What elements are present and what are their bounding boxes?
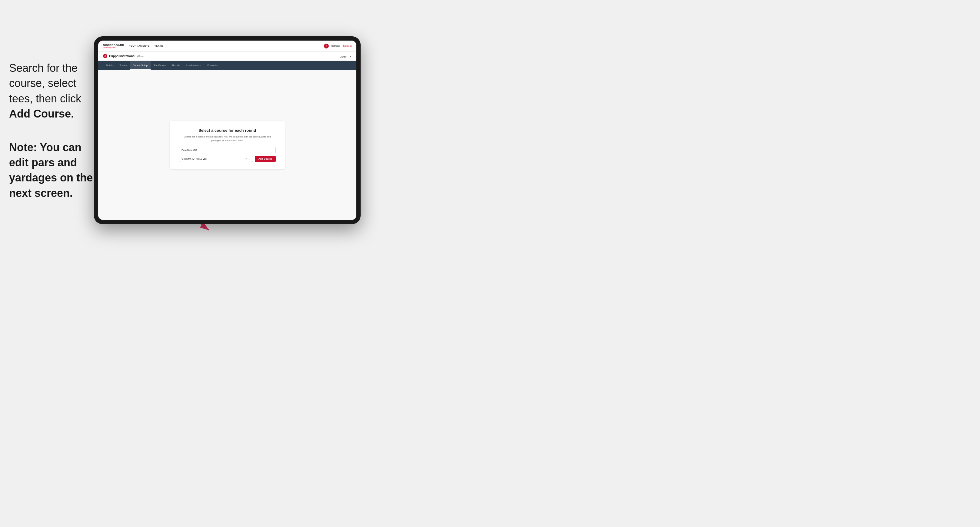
tab-course-setup[interactable]: Course Setup: [130, 61, 151, 70]
tablet-screen: SCOREBOARD Powered by clippd TOURNAMENTS…: [98, 41, 356, 220]
main-content: Select a course for each round Search fo…: [98, 70, 356, 220]
nav-teams[interactable]: TEAMS: [154, 44, 164, 47]
nav-tournaments[interactable]: TOURNAMENTS: [129, 44, 150, 47]
clear-icon[interactable]: ✕: [245, 157, 247, 160]
course-card-description: Search for a course and select a tee. Yo…: [179, 135, 276, 142]
tab-bar: Details Teams Course Setup Tee Groups Re…: [98, 61, 356, 70]
tournament-logo: C: [103, 54, 107, 58]
instruction-text: Search for the course, select tees, then…: [9, 60, 94, 201]
avatar: T: [324, 44, 329, 48]
course-card: Select a course for each round Search fo…: [170, 121, 285, 169]
tab-printables[interactable]: Printables: [204, 61, 221, 70]
tournament-title-row: C Clippd Invitational (Men): [103, 54, 144, 58]
tournament-meta: (Men): [137, 55, 144, 57]
tab-teams[interactable]: Teams: [116, 61, 130, 70]
navbar-right: T Test User | Sign out: [324, 44, 352, 48]
tournament-name: Clippd Invitational: [109, 54, 135, 58]
course-search-input[interactable]: [179, 147, 276, 153]
tee-select[interactable]: Gold (M) (M) (7010 yds) ✕ ⌄: [179, 156, 253, 162]
cancel-icon: ✕: [349, 56, 352, 58]
tab-results[interactable]: Results: [169, 61, 183, 70]
tab-tee-groups[interactable]: Tee Groups: [151, 61, 169, 70]
tee-selector-row: Gold (M) (M) (7010 yds) ✕ ⌄ Add Course: [179, 156, 276, 162]
tab-details[interactable]: Details: [103, 61, 116, 70]
user-name: Test User |: [331, 44, 342, 47]
brand-subtitle: Powered by clippd: [103, 47, 124, 48]
tee-select-controls: ✕ ⌄: [245, 157, 250, 160]
cancel-label: Cancel: [340, 56, 347, 58]
brand-title: SCOREBOARD: [103, 44, 124, 47]
course-card-title: Select a course for each round: [179, 128, 276, 133]
brand: SCOREBOARD Powered by clippd: [103, 44, 124, 48]
chevron-icon[interactable]: ⌄: [248, 157, 250, 160]
tournament-header: C Clippd Invitational (Men) Cancel ✕: [98, 51, 356, 61]
sign-out-link[interactable]: Sign out: [343, 44, 352, 47]
add-course-button[interactable]: Add Course: [255, 156, 276, 162]
cancel-area[interactable]: Cancel ✕: [340, 53, 352, 59]
navbar: SCOREBOARD Powered by clippd TOURNAMENTS…: [98, 41, 356, 51]
tablet-frame: SCOREBOARD Powered by clippd TOURNAMENTS…: [94, 37, 361, 224]
tab-leaderboards[interactable]: Leaderboards: [183, 61, 204, 70]
nav-links: TOURNAMENTS TEAMS: [129, 44, 324, 47]
tee-select-value: Gold (M) (M) (7010 yds): [181, 157, 207, 160]
